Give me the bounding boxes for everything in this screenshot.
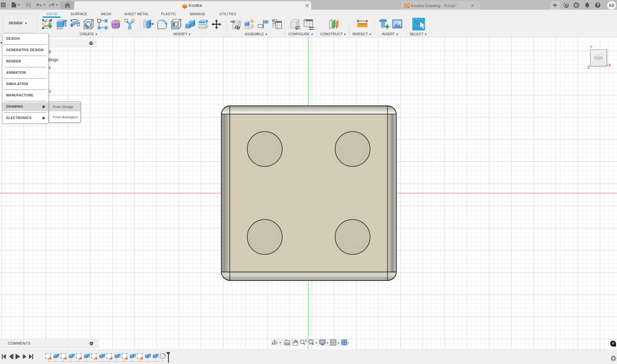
svg-text:?: ? [597,3,599,7]
